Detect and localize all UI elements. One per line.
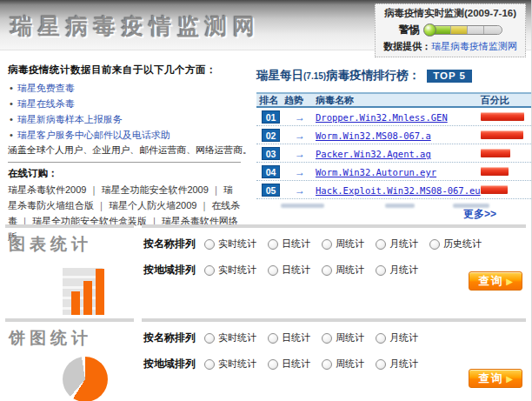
ranking-title: 瑞星每日(7.15)病毒疫情排行榜： (256, 68, 420, 84)
radio-input[interactable] (376, 265, 386, 276)
radio-option: 实时统计 (204, 331, 256, 344)
radio-option: 日统计 (268, 331, 310, 344)
rank-badge: 04 (262, 165, 280, 178)
radio-option: 日统计 (268, 237, 310, 251)
radio-option: 实时统计 (204, 264, 256, 277)
radio-input[interactable] (204, 359, 215, 370)
sources-heading: 病毒疫情统计数据目前来自于以下几个方面： (8, 63, 242, 77)
purchase-link[interactable]: 瑞星杀毒软件2009 (8, 184, 86, 195)
trend-cell: → (284, 127, 316, 143)
separator: ｜ (209, 184, 223, 195)
data-provider-line: 数据提供：瑞星病毒疫情监测网 (379, 40, 522, 53)
percent-bar (481, 112, 524, 121)
radio-input[interactable] (376, 359, 386, 370)
chart-stats-controls: 按名称排列实时统计日统计周统计月统计历史统计按地域排列实时统计日统计周统计月统计… (142, 224, 526, 315)
radio-option-label: 月统计 (389, 264, 418, 277)
bar-chart-icon (63, 261, 116, 315)
trend-arrow-icon: → (284, 166, 316, 178)
trend-cell: → (284, 145, 316, 161)
radio-input[interactable] (204, 333, 215, 344)
virus-name-link[interactable]: Dropper.Win32.Mnless.GEN (316, 112, 448, 123)
radio-input[interactable] (322, 333, 332, 344)
radio-input[interactable] (268, 265, 278, 276)
chart-query-button[interactable]: 查询▶ (469, 271, 522, 291)
rank-rows: 01→Dropper.Win32.Mnless.GEN02→Worm.Win32… (256, 108, 532, 199)
radio-input[interactable] (322, 265, 332, 276)
separator: ｜ (196, 200, 211, 211)
radio-option: 周统计 (322, 264, 364, 277)
purchase-link[interactable]: 瑞星个人防火墙2009 (109, 200, 196, 211)
name-cell: Packer.Win32.Agent.ag (316, 145, 481, 161)
percent-bar (481, 149, 510, 157)
realtime-monitor-box: 病毒疫情实时监测(2009-7-16) 警惕 数据提供：瑞星病毒疫情监测网 (375, 3, 526, 57)
radio-option: 日统计 (268, 358, 310, 371)
source-link[interactable]: 瑞星客户服务中心邮件以及电话求助 (17, 130, 170, 140)
radio-option-label: 周统计 (336, 237, 364, 251)
radio-option: 月统计 (376, 358, 418, 371)
table-row: 01→Dropper.Win32.Mnless.GEN (256, 108, 532, 126)
trend-cell: → (284, 164, 316, 179)
radio-option: 周统计 (322, 358, 364, 371)
radio-row: 按名称排列实时统计日统计周统计月统计历史统计 (143, 237, 526, 251)
coverage-text: 涵盖全球个人用户、企业用户、邮件运营商、网络运营商。 (8, 143, 242, 157)
radio-option-label: 实时统计 (218, 331, 256, 344)
rank-cell: 01 (256, 109, 284, 124)
gauge-segment-gray (484, 26, 501, 34)
radio-option-label: 日统计 (282, 264, 310, 277)
chart-stats-left: 图表统计 (5, 224, 134, 315)
radio-option-label: 月统计 (389, 237, 418, 251)
pie-stats-controls: 按名称排列实时统计日统计周统计月统计按地域排列实时统计日统计周统计月统计 查询▶ (142, 318, 526, 401)
radio-option-label: 周统计 (336, 358, 364, 371)
bullet-icon: • (10, 98, 13, 109)
pie-radio-rows: 按名称排列实时统计日统计周统计月统计按地域排列实时统计日统计周统计月统计 (142, 331, 526, 371)
monitor-title: 病毒疫情实时监测(2009-7-16) (379, 7, 522, 20)
pie-query-button[interactable]: 查询▶ (469, 369, 522, 388)
radio-option-label: 周统计 (336, 264, 364, 277)
radio-input[interactable] (204, 265, 215, 276)
play-arrow-icon: ▶ (506, 374, 513, 384)
ranking-date: (7.15) (303, 71, 326, 81)
source-link[interactable]: 瑞星新病毒样本上报服务 (17, 114, 123, 124)
virus-name-link[interactable]: Worm.Win32.Autorun.eyr (316, 167, 436, 177)
source-link[interactable]: 瑞星免费查毒 (17, 83, 75, 93)
virus-name-link[interactable]: Worm.Win32.MS08-067.a (316, 130, 431, 141)
sidebar: 病毒疫情统计数据目前来自于以下几个方面： •瑞星免费查毒•瑞星在线杀毒•瑞星新病… (0, 50, 249, 221)
source-link[interactable]: 瑞星在线杀毒 (17, 98, 75, 109)
radio-input[interactable] (268, 359, 278, 370)
more-link[interactable]: 更多>> (463, 207, 496, 222)
pie-chart-icon (63, 357, 108, 401)
radio-input[interactable] (376, 333, 386, 344)
provider-link[interactable]: 瑞星病毒疫情监测网 (431, 41, 517, 51)
table-row: 03→Packer.Win32.Agent.ag (256, 144, 532, 163)
trend-cell: → (284, 109, 316, 124)
radio-option: 日统计 (268, 264, 310, 277)
percent-cell (481, 167, 532, 176)
radio-option: 月统计 (376, 331, 418, 344)
rank-cell: 03 (256, 145, 284, 161)
radio-option-label: 周统计 (336, 331, 364, 344)
radio-input[interactable] (322, 239, 332, 250)
name-cell: Hack.Exploit.Win32.MS08-067.eu (316, 182, 481, 197)
radio-input[interactable] (376, 239, 386, 250)
radio-input[interactable] (204, 239, 215, 250)
virus-name-link[interactable]: Packer.Win32.Agent.ag (316, 149, 431, 159)
separator: ｜ (86, 184, 101, 195)
page: 瑞星病毒疫情监测网 病毒疫情实时监测(2009-7-16) 警惕 数据提供：瑞星… (0, 0, 532, 401)
source-link-item: •瑞星客户服务中心邮件以及电话求助 (8, 127, 242, 143)
chart-stats-section: 图表统计 按名称排列实时统计日统计周统计月统计历史统计按地域排列实时统计日统计周… (0, 224, 531, 315)
provider-label: 数据提供： (383, 41, 431, 51)
radio-option: 历史统计 (429, 237, 482, 251)
virus-ranking-panel: 瑞星每日(7.15)病毒疫情排行榜： TOP 5 排名 趋势 病毒名称 百分比 … (249, 50, 532, 221)
purchase-link[interactable]: 瑞星全功能安全软件2009 (101, 184, 208, 195)
radio-option-label: 实时统计 (218, 237, 256, 251)
purchase-heading: 在线订购： (8, 167, 242, 180)
radio-group-label: 按地域排列 (143, 263, 196, 277)
radio-input[interactable] (322, 359, 332, 370)
trend-arrow-icon: → (284, 111, 316, 124)
radio-input[interactable] (268, 333, 278, 344)
radio-input[interactable] (429, 239, 440, 250)
radio-input[interactable] (268, 239, 278, 250)
virus-name-link[interactable]: Hack.Exploit.Win32.MS08-067.eu (316, 185, 481, 196)
source-links: •瑞星免费查毒•瑞星在线杀毒•瑞星新病毒样本上报服务•瑞星客户服务中心邮件以及电… (8, 80, 242, 143)
alert-gauge-row: 警惕 (379, 23, 522, 37)
